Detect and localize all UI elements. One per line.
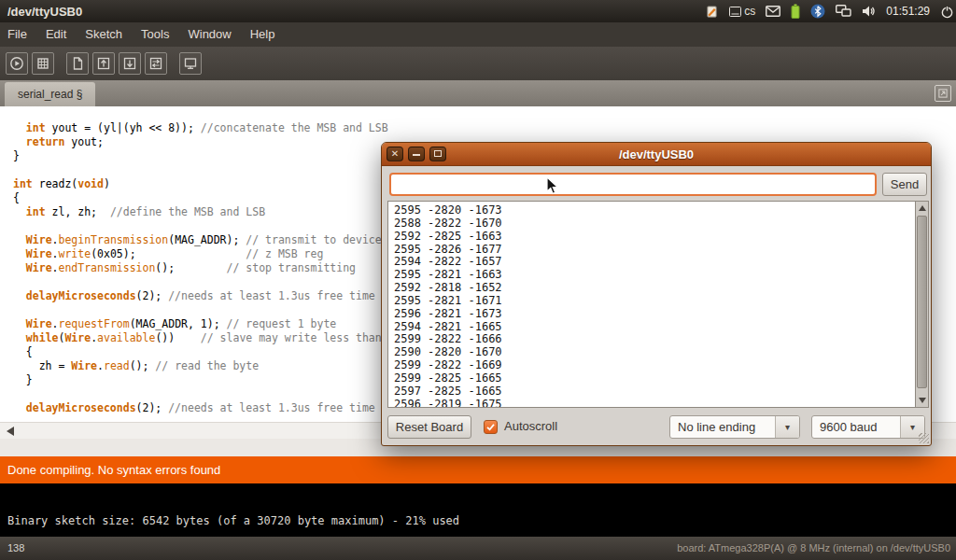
code-line: Wire.endTransmission(); // stop transmit…: [13, 261, 388, 275]
code-line: [13, 163, 388, 177]
maximize-button[interactable]: [429, 147, 446, 161]
battery-icon[interactable]: [791, 4, 800, 19]
code-line: Wire.beginTransmission(MAG_ADDR); // tra…: [13, 233, 388, 247]
serial-input[interactable]: [389, 173, 877, 196]
line-ending-value: No line ending: [670, 416, 775, 438]
autoscroll-checkbox[interactable]: [484, 420, 498, 434]
panel-window-title: /dev/ttyUSB0: [0, 5, 82, 19]
send-button[interactable]: Send: [882, 173, 927, 196]
code-line: [13, 275, 388, 289]
code-line: int readz(void): [13, 177, 388, 191]
scroll-down-icon[interactable]: [916, 394, 928, 407]
tab-menu-icon: [937, 88, 949, 99]
serial-monitor-title: /dev/ttyUSB0: [382, 143, 931, 166]
verify-icon: [9, 56, 24, 71]
autoscroll-label: Autoscroll: [504, 414, 557, 439]
power-icon[interactable]: [940, 5, 954, 19]
maximize-icon: [434, 150, 442, 157]
code-line: delayMicroseconds(2); //needs at least 1…: [13, 289, 388, 303]
close-button[interactable]: ✕: [387, 147, 403, 161]
scroll-up-icon[interactable]: [916, 202, 928, 215]
menu-item-edit[interactable]: Edit: [36, 22, 76, 47]
code-line: return yout;: [13, 135, 388, 149]
serial-output[interactable]: 2595 -2820 -1673 2588 -2822 -1670 2592 -…: [387, 201, 915, 408]
code-line: }: [13, 373, 388, 387]
upload-icon: [148, 56, 163, 71]
keyboard-layout-label: cs: [744, 5, 755, 18]
top-panel: /dev/ttyUSB0 cs 01:51:29: [0, 0, 956, 22]
new-sketch-button[interactable]: [66, 52, 89, 75]
upload-button[interactable]: [145, 52, 167, 75]
reset-board-button[interactable]: Reset Board: [387, 415, 471, 439]
serial-monitor-titlebar[interactable]: ✕ /dev/ttyUSB0: [382, 143, 931, 166]
toolbar: [0, 47, 956, 80]
code-line: [13, 303, 388, 317]
baud-select[interactable]: 9600 baud ▾: [811, 415, 925, 439]
build-console: Binary sketch size: 6542 bytes (of a 307…: [0, 483, 956, 537]
serial-monitor-window: ✕ /dev/ttyUSB0 Send 2595 -2820 -1673 258…: [381, 142, 932, 446]
serial-scrollbar[interactable]: [915, 201, 929, 408]
open-icon: [96, 56, 111, 71]
code-line: }: [13, 149, 388, 163]
volume-icon[interactable]: [862, 5, 876, 18]
stop-icon: [35, 56, 50, 71]
keyboard-layout-indicator[interactable]: cs: [729, 5, 755, 18]
console-message: Binary sketch size: 6542 bytes (of a 307…: [7, 514, 459, 527]
mouse-cursor: [546, 176, 560, 199]
code-line: while(Wire.available()) // slave may wri…: [13, 331, 388, 345]
code-line: {: [13, 191, 388, 205]
verify-button[interactable]: [6, 52, 28, 75]
scrollbar-thumb[interactable]: [917, 216, 927, 388]
resize-grip[interactable]: [919, 433, 929, 443]
menu-item-help[interactable]: Help: [241, 22, 285, 47]
line-number: 138: [7, 537, 24, 560]
notes-icon[interactable]: [705, 5, 719, 19]
open-button[interactable]: [92, 52, 115, 75]
clock[interactable]: 01:51:29: [886, 5, 930, 18]
bluetooth-icon[interactable]: [810, 4, 825, 19]
chevron-down-icon[interactable]: ▾: [775, 416, 799, 438]
menu-item-file[interactable]: File: [0, 22, 36, 47]
code-area[interactable]: int yout = (yl|(yh << 8)); //concatenate…: [13, 121, 388, 415]
minimize-button[interactable]: [408, 147, 425, 161]
board-info: board: ATmega328P(A) @ 8 MHz (internal) …: [677, 537, 950, 560]
status-footer: 138 board: ATmega328P(A) @ 8 MHz (intern…: [0, 537, 956, 560]
code-line: zh = Wire.read(); // read the byte: [13, 359, 388, 373]
code-line: {: [13, 345, 388, 359]
close-icon: ✕: [391, 148, 399, 159]
serial-monitor-icon: [183, 56, 198, 71]
code-line: [13, 387, 388, 401]
menu-item-tools[interactable]: Tools: [132, 22, 178, 47]
new-sketch-icon: [70, 56, 85, 71]
network-icon[interactable]: [836, 5, 851, 18]
compile-status-bar: Done compiling. No syntax errors found: [0, 456, 956, 483]
code-line: [13, 219, 388, 233]
menu-item-sketch[interactable]: Sketch: [76, 22, 132, 47]
code-line: int zl, zh; //define the MSB and LSB: [13, 205, 388, 219]
system-tray[interactable]: cs 01:51:29: [705, 0, 954, 22]
code-line: Wire.requestFrom(MAG_ADDR, 1); // reques…: [13, 317, 388, 331]
serial-monitor-button[interactable]: [179, 52, 202, 75]
minimize-icon: [413, 154, 420, 156]
tab-serial-read[interactable]: serial_read §: [5, 82, 95, 106]
code-line: int yout = (yl|(yh << 8)); //concatenate…: [13, 121, 388, 135]
scroll-left-icon[interactable]: [7, 427, 14, 436]
check-icon: [485, 422, 496, 432]
save-icon: [122, 56, 137, 71]
desktop: /dev/ttyUSB0 cs 01:51:29 FileEditSketchT…: [0, 0, 956, 560]
line-ending-select[interactable]: No line ending ▾: [669, 415, 800, 439]
menu-bar: FileEditSketchToolsWindowHelp: [0, 22, 956, 47]
baud-value: 9600 baud: [812, 416, 900, 438]
menu-item-window[interactable]: Window: [178, 22, 240, 47]
code-line: delayMicroseconds(2); //needs at least 1…: [13, 401, 388, 415]
save-button[interactable]: [119, 52, 141, 75]
tab-menu-button[interactable]: [935, 85, 951, 102]
serial-output-lines: 2595 -2820 -1673 2588 -2822 -1670 2592 -…: [388, 202, 915, 408]
mail-icon[interactable]: [766, 6, 780, 17]
tab-strip: serial_read §: [0, 80, 956, 106]
stop-button[interactable]: [32, 52, 54, 75]
code-line: Wire.write(0x05); // z MSB reg: [13, 247, 388, 261]
